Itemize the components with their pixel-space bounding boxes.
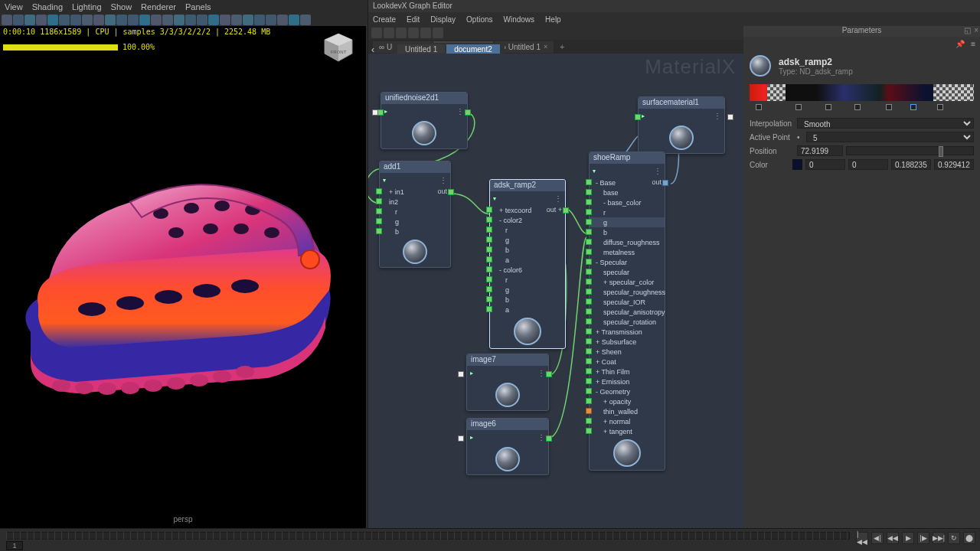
shelf-icon[interactable] bbox=[59, 15, 70, 25]
node-menu-icon[interactable]: ⋮ bbox=[537, 369, 545, 377]
node-group-header[interactable]: + Coat bbox=[590, 357, 665, 367]
node-image7[interactable]: image7 ▸⋮ bbox=[466, 354, 549, 411]
shelf-icon[interactable] bbox=[116, 15, 127, 25]
shelf-icon[interactable] bbox=[13, 15, 24, 25]
node-group-header[interactable]: + Subsurface bbox=[590, 337, 665, 347]
color-g-input[interactable] bbox=[848, 159, 888, 170]
node-param[interactable]: a bbox=[490, 305, 565, 315]
record-button[interactable]: ⬤ bbox=[963, 532, 975, 544]
node-socket[interactable] bbox=[458, 435, 464, 442]
shelf-icon[interactable] bbox=[47, 15, 58, 25]
go-to-end-button[interactable]: ▶▶| bbox=[933, 532, 945, 544]
ramp-handle[interactable] bbox=[854, 104, 861, 110]
shelf-icon[interactable] bbox=[162, 15, 173, 25]
input-port[interactable] bbox=[586, 239, 592, 245]
ramp-handle[interactable] bbox=[825, 104, 831, 110]
shelf-icon[interactable] bbox=[208, 15, 219, 25]
ldx-menu-help[interactable]: Help bbox=[545, 15, 561, 24]
input-port[interactable] bbox=[486, 236, 492, 243]
undock-icon[interactable]: ◱ bbox=[964, 26, 971, 34]
input-port[interactable] bbox=[586, 249, 592, 255]
input-port[interactable] bbox=[586, 318, 592, 324]
input-port[interactable] bbox=[486, 306, 492, 312]
position-input[interactable] bbox=[797, 145, 843, 156]
input-port[interactable] bbox=[586, 328, 592, 334]
ldx-menu-display[interactable]: Display bbox=[430, 15, 456, 24]
input-port[interactable] bbox=[486, 227, 492, 233]
input-port[interactable] bbox=[586, 259, 592, 265]
render-viewport[interactable]: 0:00:10 1186x1589 | CPU | samples 3/3/3/… bbox=[0, 26, 366, 528]
node-param[interactable]: thin_walled bbox=[590, 406, 665, 416]
shelf-icon[interactable] bbox=[70, 15, 81, 25]
input-port[interactable] bbox=[376, 188, 382, 194]
input-port[interactable] bbox=[486, 276, 492, 282]
ramp-handles[interactable] bbox=[750, 104, 974, 112]
node-param[interactable]: - color6 bbox=[490, 265, 565, 275]
input-port[interactable] bbox=[486, 286, 492, 292]
node-param[interactable]: - base_color bbox=[590, 197, 665, 207]
tool-icon[interactable] bbox=[408, 28, 419, 38]
node-group-header[interactable]: + Transmission bbox=[590, 327, 665, 337]
shelf-icon[interactable] bbox=[105, 15, 116, 25]
node-adsk-ramp2[interactable]: adsk_ramp2 ▾⋮ out + + texcoord - color2 … bbox=[489, 179, 566, 349]
input-port[interactable] bbox=[586, 398, 592, 404]
view-cube[interactable]: FRONT bbox=[322, 31, 355, 64]
shelf-icon[interactable] bbox=[231, 15, 242, 25]
node-menu-icon[interactable]: ⋮ bbox=[537, 433, 545, 442]
loop-button[interactable]: ↻ bbox=[948, 532, 960, 544]
node-param[interactable]: specular_anisotropy bbox=[590, 307, 665, 317]
shelf-icon[interactable] bbox=[277, 15, 288, 25]
lookdevx-menu[interactable]: Create Edit Display Options Windows Help bbox=[368, 12, 980, 26]
input-port[interactable] bbox=[586, 199, 592, 205]
node-menu-icon[interactable]: ⋮ bbox=[654, 167, 662, 175]
step-back-button[interactable]: ◀| bbox=[871, 532, 884, 544]
node-group-header[interactable]: + Emission bbox=[590, 377, 665, 386]
node-param[interactable]: in2 bbox=[380, 197, 450, 207]
input-port[interactable] bbox=[586, 358, 592, 364]
color-swatch[interactable] bbox=[792, 159, 802, 170]
tool-icon[interactable] bbox=[384, 28, 394, 38]
node-param[interactable]: + tangent bbox=[590, 426, 665, 436]
node-param[interactable]: g bbox=[490, 235, 565, 245]
node-param[interactable]: base bbox=[590, 187, 665, 197]
node-param[interactable]: b bbox=[590, 227, 665, 237]
input-port[interactable] bbox=[486, 207, 492, 213]
node-param[interactable]: + specular_color bbox=[590, 277, 665, 287]
input-port[interactable] bbox=[376, 218, 382, 224]
input-port[interactable] bbox=[586, 378, 592, 384]
input-port[interactable] bbox=[586, 189, 592, 195]
shelf-icon[interactable] bbox=[174, 15, 185, 25]
node-shoeramp[interactable]: shoeRamp ▾⋮ out - Basebase- base_color r… bbox=[589, 152, 665, 471]
shelf-icon[interactable] bbox=[82, 15, 93, 25]
node-param[interactable]: b bbox=[490, 245, 565, 255]
node-param[interactable]: + opacity bbox=[590, 396, 665, 406]
go-to-start-button[interactable]: |◀◀ bbox=[856, 532, 868, 544]
close-icon[interactable]: × bbox=[974, 26, 978, 34]
input-port[interactable] bbox=[586, 428, 592, 434]
node-group-header[interactable]: - Specular bbox=[590, 257, 665, 267]
node-param[interactable]: g bbox=[490, 285, 565, 295]
timeline[interactable]: 1 |◀◀ ◀| ◀◀ ▶ |▶ ▶▶| ↻ ⬤ bbox=[0, 528, 980, 551]
active-point-select[interactable]: 5 bbox=[806, 132, 974, 142]
node-socket[interactable] bbox=[458, 371, 464, 377]
expand-icon[interactable]: ▾ bbox=[383, 177, 386, 184]
ldx-menu-edit[interactable]: Edit bbox=[407, 15, 420, 24]
input-port[interactable] bbox=[586, 179, 592, 185]
input-port[interactable] bbox=[376, 198, 382, 204]
node-param[interactable]: + texcoord bbox=[490, 205, 565, 215]
shelf-icon[interactable] bbox=[36, 15, 47, 25]
node-surfacematerial[interactable]: surfacematerial1 ▸⋮ bbox=[638, 96, 725, 154]
node-param[interactable]: b bbox=[490, 295, 565, 305]
ramp-handle[interactable] bbox=[910, 104, 916, 110]
ramp-handle[interactable] bbox=[886, 104, 892, 110]
menu-lighting[interactable]: Lighting bbox=[72, 2, 102, 11]
input-port[interactable] bbox=[586, 368, 592, 374]
ramp-handle[interactable] bbox=[937, 104, 943, 110]
shelf-icon[interactable] bbox=[128, 15, 139, 25]
input-port[interactable] bbox=[376, 208, 382, 214]
input-port[interactable] bbox=[586, 279, 592, 285]
input-port[interactable] bbox=[586, 348, 592, 354]
node-param[interactable]: + in1 bbox=[380, 187, 450, 197]
shelf-icon[interactable] bbox=[243, 15, 253, 25]
expand-icon[interactable]: ▸ bbox=[384, 108, 387, 115]
